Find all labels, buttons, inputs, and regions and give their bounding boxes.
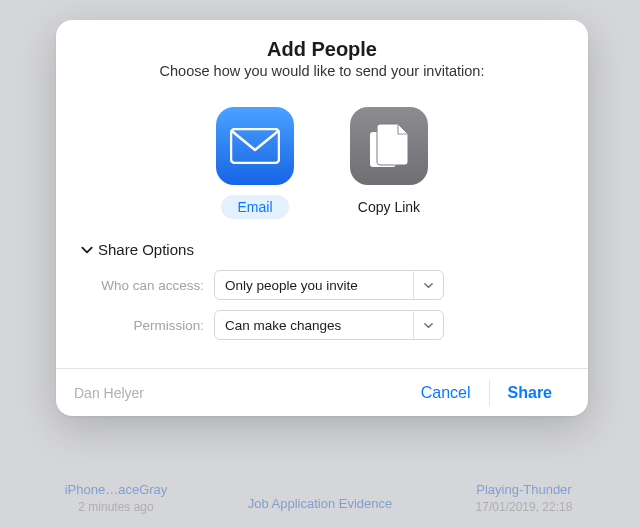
mail-app-icon bbox=[216, 107, 294, 185]
permission-value: Can make changes bbox=[215, 318, 351, 333]
permission-label: Permission: bbox=[80, 318, 204, 333]
share-methods: Email Copy Link bbox=[56, 83, 588, 237]
author-name: Dan Helyer bbox=[74, 385, 144, 401]
access-select[interactable]: Only people you invite bbox=[214, 270, 444, 300]
documents-icon bbox=[366, 121, 412, 171]
share-options-heading: Share Options bbox=[98, 241, 194, 258]
access-row: Who can access: Only people you invite bbox=[80, 270, 564, 300]
share-method-label: Copy Link bbox=[358, 195, 420, 219]
envelope-icon bbox=[230, 128, 280, 164]
access-label: Who can access: bbox=[80, 278, 204, 293]
chevron-down-icon bbox=[80, 243, 94, 257]
share-method-email[interactable]: Email bbox=[216, 107, 294, 219]
chevron-down-icon bbox=[413, 271, 443, 299]
modal-footer: Dan Helyer Cancel Share bbox=[56, 368, 588, 416]
permission-row: Permission: Can make changes bbox=[80, 310, 564, 340]
share-options-toggle[interactable]: Share Options bbox=[80, 241, 564, 258]
share-method-copylink[interactable]: Copy Link bbox=[350, 107, 428, 219]
svg-rect-0 bbox=[231, 129, 279, 163]
cancel-button[interactable]: Cancel bbox=[403, 376, 489, 410]
modal-header: Add People Choose how you would like to … bbox=[56, 20, 588, 83]
share-method-label: Email bbox=[221, 195, 288, 219]
modal-subtitle: Choose how you would like to send your i… bbox=[80, 63, 564, 79]
copy-app-icon bbox=[350, 107, 428, 185]
modal-title: Add People bbox=[80, 38, 564, 61]
access-value: Only people you invite bbox=[215, 278, 368, 293]
add-people-modal: Add People Choose how you would like to … bbox=[56, 20, 588, 416]
share-options: Share Options Who can access: Only peopl… bbox=[56, 237, 588, 368]
chevron-down-icon bbox=[413, 311, 443, 339]
permission-select[interactable]: Can make changes bbox=[214, 310, 444, 340]
share-button[interactable]: Share bbox=[490, 376, 570, 410]
